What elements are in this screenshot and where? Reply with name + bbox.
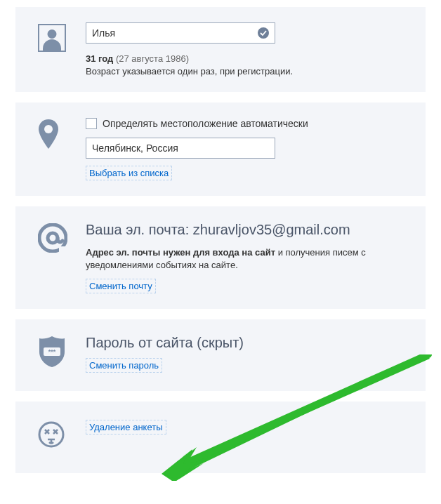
city-value: Челябинск, Россия bbox=[92, 142, 178, 154]
svg-rect-3 bbox=[59, 246, 67, 253]
email-address: zhuravljov35@gmail.com bbox=[193, 222, 350, 237]
auto-location-label: Определять местоположение автоматически bbox=[103, 118, 308, 129]
email-description: Адрес эл. почты нужен для входа на сайт … bbox=[86, 246, 412, 272]
svg-text:***: *** bbox=[48, 348, 56, 355]
profile-card: Илья 31 год (27 августа 1986) Возраст ук… bbox=[15, 7, 426, 92]
password-title: Пароль от сайта (скрыт) bbox=[86, 335, 412, 351]
password-card: *** Пароль от сайта (скрыт) Сменить паро… bbox=[15, 319, 426, 391]
location-card: Определять местоположение автоматически … bbox=[15, 102, 426, 196]
age-note: Возраст указывается один раз, при регист… bbox=[86, 66, 412, 77]
check-icon bbox=[258, 27, 269, 39]
select-from-list-link[interactable]: Выбрать из списка bbox=[86, 166, 172, 180]
at-icon bbox=[29, 222, 86, 253]
svg-point-0 bbox=[44, 125, 53, 133]
city-input[interactable]: Челябинск, Россия bbox=[86, 138, 275, 159]
location-pin-icon bbox=[29, 118, 86, 149]
change-email-link[interactable]: Сменить почту bbox=[86, 279, 156, 293]
auto-location-checkbox[interactable]: Определять местоположение автоматически bbox=[86, 118, 412, 129]
name-input[interactable]: Илья bbox=[86, 22, 275, 44]
email-title: Ваша эл. почта: zhuravljov35@gmail.com bbox=[86, 222, 412, 238]
delete-profile-link[interactable]: Удаление анкеты bbox=[86, 420, 166, 435]
shield-icon: *** bbox=[29, 335, 86, 367]
dead-face-icon bbox=[29, 420, 86, 448]
avatar-icon bbox=[29, 22, 86, 52]
delete-card: Удаление анкеты bbox=[15, 402, 426, 473]
email-card: Ваша эл. почта: zhuravljov35@gmail.com А… bbox=[15, 206, 426, 309]
change-password-link[interactable]: Сменить пароль bbox=[86, 358, 162, 373]
checkbox-icon bbox=[86, 118, 97, 129]
name-value: Илья bbox=[92, 27, 115, 39]
age-line: 31 год (27 августа 1986) bbox=[86, 53, 412, 64]
